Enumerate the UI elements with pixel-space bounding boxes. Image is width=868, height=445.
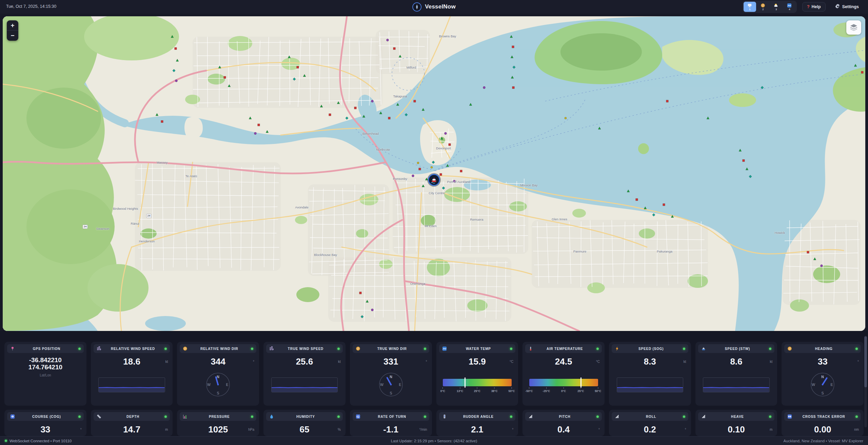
angle-icon (701, 414, 706, 419)
zoom-out-button[interactable]: − (7, 31, 18, 41)
nav-marker (453, 180, 456, 183)
sensor-value: 18.6 (94, 357, 170, 367)
sensor-header: COURSE (COG) (7, 412, 84, 421)
view-switcher: 1234 (743, 1, 797, 13)
svg-text:E: E (399, 383, 401, 387)
sensor-panel-pitch: PITCH0.4° (522, 410, 605, 436)
sensor-unit: nm (854, 428, 859, 431)
chart-icon (183, 414, 188, 419)
sensor-value-row: 344° (180, 357, 256, 367)
sensor-title: RELATIVE WIND SPEED (101, 347, 165, 351)
sensor-title: HEAVE (706, 415, 769, 419)
sensor-unit: hPa (248, 428, 254, 431)
sensor-unit: °/min (419, 428, 427, 431)
svg-text:W: W (207, 383, 211, 387)
nav-marker (393, 48, 395, 50)
sensor-panel-speed-sog: SPEED (SOG)8.3kt (609, 342, 691, 406)
nav-marker (636, 199, 638, 201)
sensor-unit: °C (596, 360, 600, 364)
svg-text:S: S (217, 391, 219, 395)
sensor-panel-true-wind-speed: TRUE WIND SPEED25.6kt (263, 342, 346, 406)
sensor-value-row: 33° (7, 425, 84, 434)
sensor-header: DEPTH (94, 412, 170, 421)
sensor-unit: ° (598, 428, 600, 431)
vessel-marker[interactable] (427, 173, 441, 187)
sensor-unit: °C (510, 360, 513, 364)
sensor-header: SPEED (STW) (698, 344, 775, 353)
sensor-panel-heading: HEADING33° N S W E (782, 342, 864, 406)
view-button-number: 2 (762, 8, 764, 11)
sensor-header: CROSS TRACK ERROR (784, 412, 861, 421)
sensor-title: TRUE WIND DIR (360, 347, 424, 351)
nav-marker (417, 162, 419, 164)
sensor-value-row: 14.7m (94, 425, 170, 434)
map-zoom-control: + − (7, 20, 18, 41)
view-button-3[interactable]: 3 (770, 2, 783, 12)
sensor-title: CROSS TRACK ERROR (792, 415, 855, 419)
sensor-panel-course-cog: COURSE (COG)33° (4, 410, 86, 436)
connection-status-text: WebSocket Connected • Port 10110 (9, 439, 72, 443)
turn-icon (356, 414, 360, 419)
help-button[interactable]: ? Help (802, 2, 826, 12)
view-button-2[interactable]: 2 (757, 2, 769, 12)
sensor-header: HUMIDITY (266, 412, 343, 421)
sensor-panel-heave: HEAVE0.10m (695, 410, 777, 436)
view-button-number: 4 (789, 8, 790, 11)
nav-marker (354, 107, 356, 109)
sensor-header: PRESSURE (180, 412, 256, 421)
sensor-status-dot (78, 348, 81, 350)
sensor-panel-true-wind-dir: TRUE WIND DIR331° N S W E (350, 342, 432, 406)
sensor-unit: ° (512, 428, 513, 431)
sensor-header: HEADING (784, 344, 861, 353)
nav-marker (449, 144, 451, 146)
sensor-panel-relative-wind-dir: RELATIVE WIND DIR344° N S W E (177, 342, 259, 406)
view-button-1[interactable]: 1 (744, 2, 756, 12)
nav-marker (431, 166, 433, 168)
sensor-status-dot (251, 348, 253, 350)
settings-label: Settings (842, 4, 859, 9)
sensor-status-dot (251, 415, 253, 418)
help-label: Help (812, 4, 821, 9)
nav-marker (821, 265, 823, 267)
sensor-value-row: 0.10m (698, 425, 775, 434)
connection-status: WebSocket Connected • Port 10110 (5, 439, 72, 443)
boat-icon (701, 346, 706, 351)
sensor-value: 0.00 (784, 425, 861, 434)
layers-button[interactable] (846, 20, 861, 35)
compass-icon (761, 3, 765, 8)
sensor-value: 14.7 (94, 425, 170, 434)
nav-marker (359, 292, 361, 294)
nav-marker (258, 124, 260, 126)
weather-icon (774, 3, 778, 8)
wave-icon (442, 346, 447, 351)
sensor-title: RELATIVE WIND DIR (188, 347, 251, 351)
svg-text:S: S (390, 391, 392, 395)
sensor-value-row: 65% (266, 425, 343, 434)
sensor-value-row: -1.1°/min (353, 425, 429, 434)
sensor-status-dot (164, 415, 167, 418)
monitor-icon (747, 3, 752, 8)
app-logo: VesselNow (412, 0, 456, 14)
layers-icon (849, 23, 858, 32)
sensor-unit: ° (857, 360, 859, 364)
nav-marker (663, 204, 665, 206)
nav-marker (483, 87, 486, 89)
wind-icon (97, 346, 101, 351)
wave-icon (787, 3, 792, 8)
compass-logo-icon (412, 2, 421, 12)
settings-button[interactable]: Settings (831, 2, 863, 12)
map-viewport[interactable]: SwansonRānuiBirdwood HeightsHendersonMas… (3, 16, 865, 331)
view-button-4[interactable]: 4 (783, 2, 796, 12)
nav-marker (175, 80, 178, 82)
sensor-value: 344 (180, 357, 256, 367)
compass-icon (356, 346, 360, 351)
nav-marker (387, 39, 389, 41)
nav-marker (161, 120, 163, 123)
sensor-value-row: 1025hPa (180, 425, 256, 434)
sensor-panel-pressure: PRESSURE1025hPa (177, 410, 259, 436)
zoom-in-button[interactable]: + (7, 20, 18, 31)
sensor-compass-gauge: N S W E (784, 372, 861, 397)
nav-marker (861, 71, 863, 73)
sensor-scrollbar-thumb[interactable] (864, 336, 867, 387)
nav-marker (414, 100, 416, 102)
